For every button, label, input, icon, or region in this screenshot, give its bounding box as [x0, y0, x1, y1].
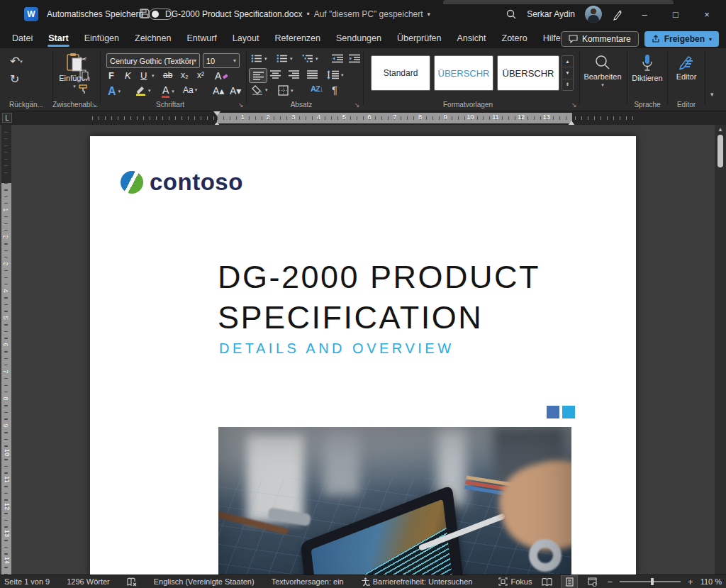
print-layout-button[interactable] — [562, 576, 577, 588]
copy-icon[interactable] — [79, 70, 89, 79]
undo-button[interactable]: ↶ ▾ — [10, 54, 23, 69]
grow-font-button[interactable]: A▴ — [213, 85, 224, 96]
clear-formatting-button[interactable]: A — [215, 70, 228, 82]
strikethrough-button[interactable]: ab — [163, 70, 172, 80]
minimize-button[interactable]: – — [634, 9, 655, 20]
font-size-combo[interactable]: 10▾ — [203, 53, 240, 68]
highlight-color-button[interactable]: ▾ — [135, 85, 151, 96]
redo-button[interactable]: ↻ — [10, 72, 19, 86]
text-effects-button[interactable]: A▾ — [108, 85, 121, 98]
proofing-error-icon[interactable] — [118, 577, 145, 587]
format-painter-icon[interactable] — [78, 84, 89, 94]
collapse-ribbon-icon[interactable]: ▾ — [710, 91, 714, 98]
font-dialog-launcher[interactable]: ↘ — [238, 101, 244, 109]
shrink-font-button[interactable]: A▾ — [230, 85, 241, 96]
superscript-button[interactable]: x² — [197, 70, 204, 80]
text-predictions[interactable]: Textvorhersagen: ein — [263, 577, 352, 586]
search-icon[interactable] — [506, 9, 517, 20]
document-page[interactable]: contoso DG-2000 PRODUCT SPECIFICATION DE… — [90, 136, 636, 575]
numbered-list-button[interactable]: ▾ — [277, 54, 293, 63]
save-icon[interactable] — [139, 8, 150, 19]
italic-button[interactable]: K — [125, 70, 131, 81]
zoom-level[interactable]: 110 % — [700, 577, 722, 586]
style-heading2[interactable]: ÜBERSCHR — [497, 55, 559, 91]
ink-pen-icon[interactable] — [612, 9, 624, 21]
bold-button[interactable]: F — [108, 70, 114, 81]
decrease-indent-button[interactable] — [332, 54, 343, 63]
sort-button[interactable]: AZ↓ — [311, 84, 323, 93]
shading-button[interactable]: ▾ — [252, 85, 268, 95]
accessibility-status[interactable]: Barrierefreiheit: Untersuchen — [352, 577, 481, 587]
scroll-up-icon[interactable]: ▲ — [715, 126, 726, 133]
zoom-slider[interactable] — [620, 581, 681, 582]
tab-ansicht[interactable]: Ansicht — [449, 30, 494, 47]
horizontal-ruler[interactable]: L 12345678910111213 — [0, 111, 726, 125]
editing-button[interactable]: Bearbeiten ▾ — [583, 54, 622, 88]
multilevel-list-button[interactable]: ▾ — [302, 54, 318, 63]
document-title-area[interactable]: DG-2000 Product Specification.docx • Auf… — [165, 0, 430, 28]
scrollbar-thumb[interactable] — [717, 135, 723, 167]
borders-button[interactable]: ▾ — [278, 85, 294, 96]
tab-datei[interactable]: Datei — [4, 30, 40, 47]
word-app-icon[interactable]: W — [24, 7, 38, 21]
increase-indent-button[interactable] — [349, 54, 360, 63]
align-right-button[interactable] — [289, 70, 299, 79]
tab-zeichnen[interactable]: Zeichnen — [127, 30, 179, 47]
page-indicator[interactable]: Seite 1 von 9 — [0, 577, 58, 586]
vertical-scrollbar[interactable]: ▲ — [715, 125, 726, 575]
document-heading[interactable]: DG-2000 PRODUCT SPECIFICATION — [218, 257, 540, 338]
change-case-button[interactable]: Aa▾ — [183, 85, 197, 95]
comments-button[interactable]: Kommentare — [561, 31, 639, 47]
cut-icon[interactable]: ✂ — [79, 54, 87, 65]
line-spacing-button[interactable]: ▾ — [327, 70, 344, 79]
underline-chevron[interactable]: ▾ — [152, 73, 155, 79]
tab-stop-selector[interactable]: L — [2, 113, 12, 123]
styles-scroll-down-icon[interactable]: ▼ — [562, 67, 573, 79]
clipboard-dialog-launcher[interactable]: ↘ — [91, 101, 97, 109]
contoso-logo-text: contoso — [150, 169, 243, 196]
editor-button[interactable]: Editor — [671, 54, 702, 81]
tab-layout[interactable]: Layout — [225, 30, 267, 47]
subscript-button[interactable]: x₂ — [181, 70, 189, 80]
user-name[interactable]: Serkar Aydin — [527, 9, 575, 19]
styles-scroll-up-icon[interactable]: ▲ — [562, 56, 573, 67]
tab-einfuegen[interactable]: Einfügen — [77, 30, 127, 47]
font-color-button[interactable]: A▾ — [162, 84, 174, 98]
tab-sendungen[interactable]: Sendungen — [328, 30, 389, 47]
tab-zotero[interactable]: Zotero — [494, 30, 535, 47]
vertical-ruler[interactable]: 1234567891011121314 — [1, 125, 11, 575]
paragraph-marks-button[interactable]: ¶ — [332, 84, 337, 96]
paragraph-dialog-launcher[interactable]: ↘ — [354, 101, 360, 109]
style-standard[interactable]: Standard — [371, 55, 430, 91]
zoom-out-button[interactable]: − — [607, 577, 613, 587]
tab-referenzen[interactable]: Referenzen — [267, 30, 328, 47]
tab-start[interactable]: Start — [40, 30, 76, 47]
underline-button[interactable]: U — [140, 70, 147, 81]
word-count[interactable]: 1296 Wörter — [58, 577, 118, 586]
read-mode-button[interactable] — [539, 576, 554, 588]
cover-photo[interactable] — [218, 427, 571, 575]
font-name-combo[interactable]: Century Gothic (Textkörpe▾ — [106, 53, 200, 68]
user-avatar[interactable] — [585, 6, 602, 23]
dictate-button[interactable]: Diktieren — [630, 54, 664, 82]
tab-ueberpruefen[interactable]: Überprüfen — [389, 30, 449, 47]
styles-scroll[interactable]: ▲ ▼ ⇟ — [562, 55, 574, 91]
close-button[interactable]: × — [696, 9, 717, 20]
zoom-in-button[interactable]: + — [688, 577, 693, 587]
focus-mode-button[interactable]: Fokus — [498, 577, 532, 586]
styles-dialog-launcher[interactable]: ↘ — [571, 101, 577, 109]
share-button[interactable]: Freigeben▾ — [644, 31, 719, 47]
tab-entwurf[interactable]: Entwurf — [179, 30, 224, 47]
justify-button[interactable] — [307, 70, 318, 79]
web-layout-button[interactable] — [584, 576, 600, 588]
language-group-label: Sprache — [630, 101, 664, 109]
zoom-slider-thumb[interactable] — [651, 578, 654, 585]
document-subheading[interactable]: DETAILS AND OVERVIEW — [219, 340, 454, 357]
align-left-button[interactable] — [250, 69, 267, 82]
bullet-list-button[interactable]: ▾ — [251, 54, 267, 63]
align-center-button[interactable] — [270, 70, 281, 79]
style-heading1[interactable]: ÜBERSCHR — [434, 55, 493, 91]
maximize-button[interactable]: □ — [665, 9, 686, 20]
language-indicator[interactable]: Englisch (Vereinigte Staaten) — [145, 577, 263, 586]
styles-more-icon[interactable]: ⇟ — [562, 79, 573, 90]
